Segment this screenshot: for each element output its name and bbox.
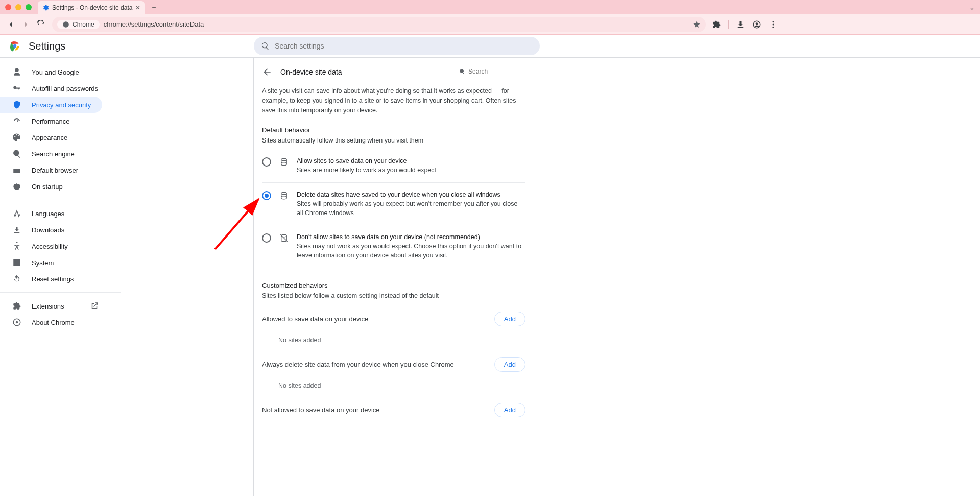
svg-point-4 [773,23,774,25]
radio-button-allow[interactable] [262,157,271,167]
sidebar-item-about-chrome[interactable]: About Chrome [0,314,102,330]
sidebar-label: System [32,259,54,267]
sidebar-label: You and Google [32,68,79,76]
window-close-icon[interactable] [5,4,11,10]
bookmark-star-icon[interactable] [692,20,701,29]
sidebar-item-accessibility[interactable]: Accessibility [0,238,102,254]
profile-icon[interactable] [752,20,761,29]
sidebar-label: Privacy and security [32,101,91,109]
add-always-delete-site-button[interactable]: Add [494,357,525,372]
always-delete-no-sites: No sites added [262,379,525,395]
allowed-sites-section: Allowed to save data on your device Add [262,304,525,334]
tabs-dropdown-icon[interactable]: ⌄ [969,4,975,11]
downloads-icon[interactable] [736,20,745,29]
sidebar-separator [0,292,121,293]
settings-sidebar: You and Google Autofill and passwords Pr… [0,58,126,496]
omnibox-site-chip[interactable]: Chrome [57,20,100,29]
sidebar-item-performance[interactable]: Performance [0,113,102,129]
settings-gear-icon [42,4,49,11]
browser-tab[interactable]: Settings - On-device site data ✕ [38,1,145,14]
sidebar-item-extensions[interactable]: Extensions [0,298,102,314]
search-icon [459,68,465,75]
tab-strip: Settings - On-device site data ✕ ＋ ⌄ [0,0,980,14]
settings-search-box[interactable] [254,37,540,55]
browser-toolbar: Chrome chrome://settings/content/siteDat… [0,14,980,35]
radio-option-allow[interactable]: Allow sites to save data on your deviceS… [262,149,525,182]
nav-forward-button[interactable] [21,20,31,29]
add-allowed-site-button[interactable]: Add [494,312,525,326]
sidebar-item-appearance[interactable]: Appearance [0,129,102,146]
sidebar-label: Reset settings [32,275,74,283]
omnibox[interactable]: Chrome chrome://settings/content/siteDat… [52,17,706,32]
svg-point-9 [16,321,18,324]
settings-app-title: Settings [29,40,65,52]
sidebar-separator [0,200,121,200]
window-traffic-lights [5,4,32,10]
window-minimize-icon[interactable] [15,4,21,10]
main-area: You and Google Autofill and passwords Pr… [0,58,980,496]
not-allowed-section: Not allowed to save data on your device … [262,395,525,424]
chrome-favicon-icon [62,21,69,28]
default-behavior-subtitle: Sites automatically follow this setting … [262,137,525,144]
sidebar-item-you-and-google[interactable]: You and Google [0,64,102,80]
sidebar-item-search-engine[interactable]: Search engine [0,146,102,162]
sidebar-item-languages[interactable]: Languages [0,205,102,222]
sidebar-label: Extensions [32,302,64,310]
window-maximize-icon[interactable] [26,4,32,10]
svg-point-11 [281,192,287,195]
search-icon [261,41,270,51]
allowed-sites-label: Allowed to save data on your device [262,315,368,323]
sidebar-label: Downloads [32,226,64,234]
in-page-search[interactable] [459,68,525,76]
customized-behaviors-subtitle: Sites listed below follow a custom setti… [262,292,525,299]
sidebar-label: Accessibility [32,243,68,250]
page-title: On-device site data [280,68,342,76]
sidebar-item-autofill[interactable]: Autofill and passwords [0,80,102,97]
sidebar-item-downloads[interactable]: Downloads [0,222,102,238]
radio-text: Delete data sites have saved to your dev… [297,190,525,218]
radio-button-delete-on-close[interactable] [262,191,271,200]
tab-title: Settings - On-device site data [52,4,132,11]
allowed-no-sites: No sites added [262,334,525,350]
customized-behaviors-title: Customized behaviors [262,281,525,289]
new-tab-button[interactable]: ＋ [149,1,159,14]
sidebar-item-privacy[interactable]: Privacy and security [0,97,102,113]
chrome-logo-icon [8,39,21,53]
sidebar-item-default-browser[interactable]: Default browser [0,162,102,178]
nav-back-button[interactable] [6,20,15,29]
tab-close-icon[interactable]: ✕ [135,4,140,11]
sidebar-label: Default browser [32,167,78,174]
database-icon [279,157,289,167]
radio-text: Allow sites to save data on your deviceS… [297,156,436,175]
radio-option-delete-on-close[interactable]: Delete data sites have saved to your dev… [262,183,525,225]
not-allowed-label: Not allowed to save data on your device [262,406,380,414]
sidebar-item-reset[interactable]: Reset settings [0,271,102,287]
settings-content-column: On-device site data A site you visit can… [126,58,980,496]
svg-point-0 [63,21,69,28]
radio-text: Don't allow sites to save data on your d… [297,232,525,260]
svg-point-10 [281,159,287,161]
omnibox-url: chrome://settings/content/siteData [104,20,204,28]
svg-line-13 [215,199,258,249]
in-page-search-input[interactable] [468,68,525,75]
page-intro-text: A site you visit can save info about wha… [262,86,525,115]
sidebar-label: Autofill and passwords [32,85,98,92]
svg-point-3 [773,21,774,22]
back-arrow-icon[interactable] [262,67,272,77]
radio-button-block[interactable] [262,233,271,243]
sidebar-item-on-startup[interactable]: On startup [0,178,102,195]
database-icon [279,191,289,200]
svg-point-5 [773,26,774,28]
default-behavior-radio-group: Allow sites to save data on your deviceS… [262,149,525,267]
add-not-allowed-site-button[interactable]: Add [494,403,525,417]
extensions-puzzle-icon[interactable] [712,20,721,29]
toolbar-actions [712,20,778,29]
page-header: On-device site data [262,58,525,86]
radio-option-block[interactable]: Don't allow sites to save data on your d… [262,225,525,267]
nav-reload-button[interactable] [37,20,46,29]
kebab-menu-icon[interactable] [769,20,778,29]
sidebar-item-system[interactable]: System [0,254,102,271]
sidebar-label: About Chrome [32,319,75,326]
settings-search-input[interactable] [275,42,533,50]
sidebar-label: Search engine [32,150,75,158]
